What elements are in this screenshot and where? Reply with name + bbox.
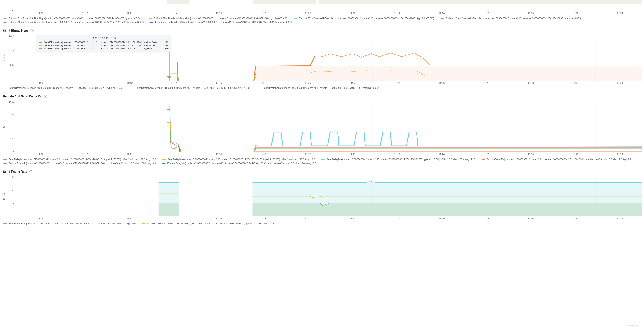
yticks: 0500 1 K1.50 K — [6, 34, 16, 81]
legend-swatch — [482, 159, 485, 160]
xtick-label: 11:30 — [508, 217, 553, 220]
tooltip-value: 224 — [164, 44, 168, 47]
legend-swatch — [3, 22, 7, 22]
xtick-label: 11:18 — [241, 153, 286, 156]
xtick-label: 11:22 — [330, 81, 375, 84]
legend-swatch — [3, 223, 7, 224]
legend-item[interactable]: EstimateMediaBandwidthRateKbps{number="1… — [150, 21, 292, 23]
xtick-label: 11:30 — [508, 12, 553, 14]
legend-item[interactable]: EstimateMediaBandwidthRateKbps{number="1… — [3, 21, 144, 23]
legend-swatch — [150, 22, 154, 22]
xtick-label: 11:28 — [464, 153, 508, 156]
xtick-label: 11:28 — [464, 81, 508, 84]
legend-label: EstimateTotalBandwidthRateKbps{number="1… — [154, 17, 288, 19]
tooltip-value: 112 — [164, 41, 168, 44]
legend-label: EstimateMediaBandwidthRateKbps{number="1… — [155, 21, 292, 23]
tooltip-label: SendBitrateKbps{number="1000000081", roo… — [44, 41, 159, 44]
legend-swatch — [148, 18, 152, 19]
legend-item[interactable]: SendBitrateKbps{number="1000000081", roo… — [258, 86, 380, 89]
legend-stats: Min: 19.0 Max: 195.0 Avg: 32.2 — [282, 158, 315, 161]
xtick-label: 11:28 — [464, 12, 508, 14]
xtick-label: 11:22 — [330, 12, 375, 14]
panel-title: Encode And Send Delay Ms i — [2, 93, 642, 100]
xtick-label: 11:08 — [18, 217, 63, 220]
legend-label: SendDelayMs{number="1000000081", room="n… — [168, 158, 280, 161]
yticks: 10 2030 — [6, 176, 16, 216]
xtick-label: 11:16 — [196, 217, 241, 220]
xtick-label: 11:08 — [18, 81, 63, 84]
xtick-label: 11:14 — [152, 81, 196, 84]
legend-label: SendBitrateKbps{number="1000000081", roo… — [136, 86, 251, 89]
xtick-label: 11:20 — [286, 81, 330, 84]
legend-item[interactable]: EncodeDelayMs{number="1000000081", room=… — [3, 162, 156, 165]
xtick-label: 11:20 — [286, 12, 330, 14]
legend-item[interactable]: SendBitrateKbps{number="1000000081", roo… — [130, 86, 251, 89]
xtick-label: 11:12 — [107, 217, 152, 220]
xtick-label: 11:24 — [375, 12, 419, 14]
xticks: 11:0811:1011:1211:1411:1611:1811:2011:22… — [2, 152, 642, 156]
ylabel: Chunks — [2, 176, 6, 216]
panel-title: Send Bitrate Kbps i — [2, 27, 642, 34]
info-icon[interactable]: i — [31, 29, 34, 32]
legend-item[interactable]: SendDelayMs{number="1000000081", room="n… — [3, 158, 156, 161]
tooltip-swatch — [39, 48, 42, 49]
xtick-label: 11:32 — [553, 217, 598, 220]
legend-item[interactable]: EstimateTotalBandwidthRateKbps{number="1… — [294, 17, 434, 19]
tooltip-label: SendBitrateKbps{number="1000000081", roo… — [44, 44, 158, 47]
info-icon[interactable]: i — [44, 95, 47, 98]
xtick-label: 11:10 — [63, 12, 107, 14]
legend-item[interactable]: SendFrameRate{number="1000000081", room=… — [3, 222, 136, 225]
mini-plot[interactable] — [15, 0, 642, 11]
xtick-label: 11:14 — [152, 12, 196, 14]
legend-bitrate: SendBitrateKbps{number="1000000081", roo… — [2, 84, 642, 90]
xtick-label: 11:26 — [419, 12, 464, 14]
framerate-plot[interactable] — [16, 176, 642, 216]
xtick-label: 11:12 — [107, 12, 152, 14]
xtick-label: 11:34 — [598, 81, 642, 84]
legend-stats: Min: 0.0 Max: 9.0 Avg: 7.2 — [604, 158, 632, 161]
xtick-label: 11:20 — [286, 153, 330, 156]
info-icon[interactable]: i — [30, 170, 32, 173]
legend-item[interactable]: EstimateMediaBandwidthRateKbps{number="1… — [440, 17, 581, 19]
legend-swatch — [294, 18, 297, 19]
bitrate-plot[interactable]: 2023-10-13 11:12:36 SendBitrateKbps{numb… — [16, 34, 642, 81]
xtick-label: 11:28 — [464, 217, 508, 220]
ylabel: Up — [2, 100, 6, 152]
tooltip-row: SendBitrateKbps{number="1000000081", roo… — [39, 44, 168, 47]
legend-item[interactable]: SendFrameRate{number="1000000081", room=… — [142, 222, 274, 225]
xtick-label: 11:32 — [553, 81, 598, 84]
xtick-label: 11:34 — [598, 153, 642, 156]
legend-label: EncodeDelayMs{number="1000000081", room=… — [167, 162, 284, 165]
yticks: 0250 500750 1000 — [6, 100, 16, 152]
legend-label: SendFrameRate{number="1000000081", room=… — [8, 222, 124, 225]
legend-item[interactable]: SendBitrateKbps{number="1000000081", roo… — [3, 86, 124, 89]
xtick-label: 11:22 — [330, 217, 375, 220]
legend-swatch — [142, 223, 145, 224]
yticks: 0 — [5, 0, 15, 11]
legend-item[interactable]: EstimateTotalBandwidthRateKbps{number="1… — [148, 17, 288, 19]
xtick-label: 11:08 — [18, 153, 63, 156]
xticks: 11:0811:1011:1211:1411:1611:1811:2011:22… — [2, 216, 642, 220]
legend-item[interactable]: EncodeDelayMs{number="1000000081", room=… — [162, 162, 316, 165]
tooltip-swatch — [39, 42, 42, 43]
xtick-label: 11:30 — [508, 153, 553, 156]
xtick-label: 11:20 — [286, 217, 330, 220]
legend-delay: SendDelayMs{number="1000000081", room="n… — [2, 156, 642, 165]
legend-swatch — [258, 88, 261, 88]
legend-item[interactable]: EncodeDelayMs{number="1000000081", room=… — [482, 158, 632, 161]
tooltip-swatch — [39, 45, 42, 46]
panel-send-frame-rate: Send Frame Rate i Chunks 10 2030 11:0811… — [0, 169, 644, 226]
delay-plot[interactable] — [16, 100, 642, 152]
legend-label: SendBitrateKbps{number="1000000081", roo… — [262, 86, 380, 89]
legend-swatch — [162, 159, 166, 160]
xtick-label: 11:10 — [63, 217, 107, 220]
legend-label: SendDelayMs{number="1000000081", room="n… — [326, 158, 440, 161]
xtick-label: 11:26 — [419, 153, 464, 156]
legend-item[interactable]: EstimateTotalBandwidthRateKbps{number="1… — [3, 17, 142, 19]
legend-swatch — [3, 163, 7, 164]
legend-swatch — [440, 18, 444, 19]
legend-item[interactable]: SendDelayMs{number="1000000081", room="n… — [321, 158, 475, 161]
xtick-label: 11:24 — [375, 81, 419, 84]
ylabel — [2, 0, 5, 11]
legend-item[interactable]: SendDelayMs{number="1000000081", room="n… — [162, 158, 315, 161]
